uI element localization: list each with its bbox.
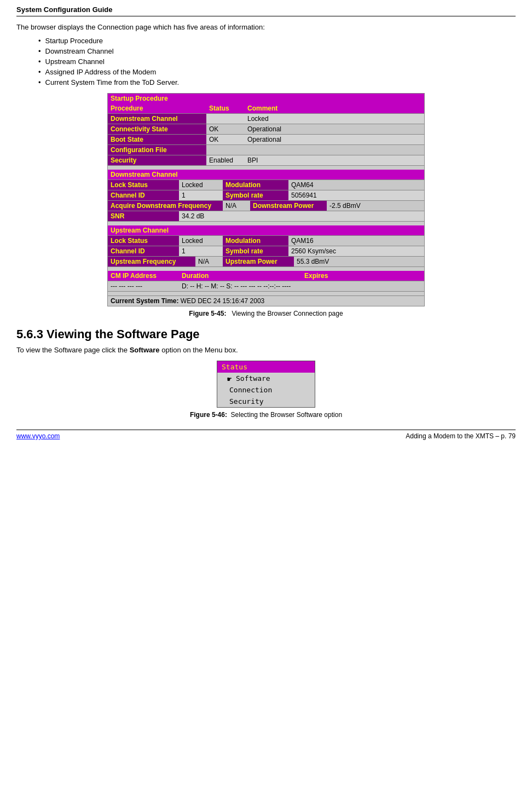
row-val: 5056941 <box>288 190 424 200</box>
row-val: 1 <box>179 246 223 256</box>
footer-right-text: Adding a Modem to the XMTS – p. 79 <box>406 432 516 440</box>
row-label: Modulation <box>223 180 288 190</box>
row-val: QAM64 <box>288 180 424 190</box>
table-row: Lock Status Locked Modulation QAM16 <box>108 235 424 246</box>
col-header-duration: Duration <box>179 271 302 281</box>
row-comment: Locked <box>245 114 424 124</box>
row-status: OK <box>206 124 245 134</box>
current-time-value: WED DEC 24 15:16:47 2003 <box>181 297 264 305</box>
section-subtext: To view the Software page click the Soft… <box>16 346 516 354</box>
footer: www.vyyo.com Adding a Modem to the XMTS … <box>16 430 516 440</box>
row-label: Downstream Power <box>250 201 327 211</box>
figure-46-caption: Figure 5-46: Selecting the Browser Softw… <box>16 411 516 419</box>
ip-data-row: --- --- --- --- D: -- H: -- M: -- S: -- … <box>108 281 424 291</box>
startup-col-headers: Procedure Status Comment <box>108 103 424 113</box>
row-label: Upstream Power <box>223 257 294 266</box>
list-item: Upstream Channel <box>38 57 516 66</box>
col-header-comment: Comment <box>245 103 424 113</box>
figure-45-caption: Figure 5-45: Figure 5-45: Viewing the Br… <box>16 310 516 317</box>
row-comment: Operational <box>245 135 424 144</box>
downstream-header: Downstream Channel <box>108 170 424 179</box>
row-label: Lock Status <box>108 180 179 190</box>
row-label: Security <box>108 155 206 165</box>
row-val: QAM16 <box>288 236 424 246</box>
row-val: N/A <box>223 201 250 211</box>
row-val: 55.3 dBmV <box>294 257 424 266</box>
row-label: Configuration File <box>108 145 206 155</box>
ip-address: --- --- --- --- <box>108 281 179 291</box>
row-val: Locked <box>179 180 223 190</box>
table-row: SNR 34.2 dB <box>108 211 424 221</box>
upstream-header: Upstream Channel <box>108 225 424 235</box>
row-status <box>206 145 245 155</box>
row-label: Symbol rate <box>223 190 288 200</box>
row-label: Channel ID <box>108 190 179 200</box>
intro-text: The browser displays the Connection page… <box>16 23 516 31</box>
row-label: Upstream Frequency <box>108 257 195 266</box>
row-label: Downstream Channel <box>108 114 206 124</box>
row-status <box>206 114 245 124</box>
connection-table: Startup Procedure Procedure Status Comme… <box>107 93 425 306</box>
row-label: Modulation <box>223 236 288 246</box>
spacer <box>108 221 424 225</box>
ip-duration: D: -- H: -- M: -- S: -- --- --- -- --:--… <box>179 281 424 291</box>
table-row: Boot State OK Operational <box>108 134 424 144</box>
list-item: Startup Procedure <box>38 37 516 45</box>
row-comment: BPI <box>245 155 424 165</box>
row-label: Lock Status <box>108 236 179 246</box>
ip-col-headers: CM IP Address Duration Expires <box>108 271 424 281</box>
row-val: -2.5 dBmV <box>327 201 424 211</box>
row-val: Locked <box>179 236 223 246</box>
table-row: Acquire Downstream Frequency N/A Downstr… <box>108 200 424 211</box>
row-label: Symbol rate <box>223 246 288 256</box>
menu-item-connection: Connection <box>217 384 315 396</box>
row-val: 2560 Ksym/sec <box>288 246 424 256</box>
row-val: 34.2 dB <box>179 211 424 221</box>
row-label: Acquire Downstream Frequency <box>108 201 223 211</box>
table-row: Configuration File <box>108 144 424 155</box>
row-comment: Operational <box>245 124 424 134</box>
current-time-label: Current System Time: <box>111 297 178 305</box>
list-item: Assigned IP Address of the Modem <box>38 68 516 76</box>
table-row: Downstream Channel Locked <box>108 113 424 124</box>
col-header-procedure: Procedure <box>108 103 206 113</box>
cursor-icon: ☛ <box>227 375 235 382</box>
table-row: Channel ID 1 Symbol rate 2560 Ksym/sec <box>108 246 424 256</box>
current-time-row: Current System Time: WED DEC 24 15:16:47… <box>108 295 424 306</box>
bullet-list: Startup Procedure Downstream Channel Ups… <box>38 37 516 86</box>
footer-link[interactable]: www.vyyo.com <box>16 432 60 440</box>
spacer <box>108 266 424 271</box>
menu-item-software[interactable]: ☛ Software <box>217 373 315 384</box>
row-label: Channel ID <box>108 246 179 256</box>
table-row: Security Enabled BPI <box>108 155 424 165</box>
menu-item-security: Security <box>217 396 315 407</box>
row-label: SNR <box>108 211 179 221</box>
list-item: Current System Time from the ToD Server. <box>38 78 516 86</box>
table-row: Channel ID 1 Symbol rate 5056941 <box>108 190 424 200</box>
col-header-expires: Expires <box>302 271 424 281</box>
col-header-status: Status <box>206 103 245 113</box>
spacer <box>108 291 424 295</box>
row-status: OK <box>206 135 245 144</box>
table-row: Lock Status Locked Modulation QAM64 <box>108 179 424 190</box>
list-item: Downstream Channel <box>38 47 516 55</box>
col-header-cm-ip: CM IP Address <box>108 271 179 281</box>
spacer <box>108 165 424 170</box>
row-label: Connectivity State <box>108 124 206 134</box>
menu-item-status: Status <box>217 361 315 373</box>
section-heading: 5.6.3 Viewing the Software Page <box>16 327 516 341</box>
page-header: System Configuration Guide <box>16 5 516 16</box>
row-label: Boot State <box>108 135 206 144</box>
table-row: Upstream Frequency N/A Upstream Power 55… <box>108 256 424 266</box>
row-status: Enabled <box>206 155 245 165</box>
row-val: N/A <box>195 257 223 266</box>
table-row: Connectivity State OK Operational <box>108 124 424 134</box>
row-val: 1 <box>179 190 223 200</box>
software-menu-box: Status ☛ Software Connection Security <box>217 361 315 408</box>
startup-header: Startup Procedure <box>108 94 424 103</box>
header-title: System Configuration Guide <box>16 5 113 14</box>
row-comment <box>245 145 424 155</box>
